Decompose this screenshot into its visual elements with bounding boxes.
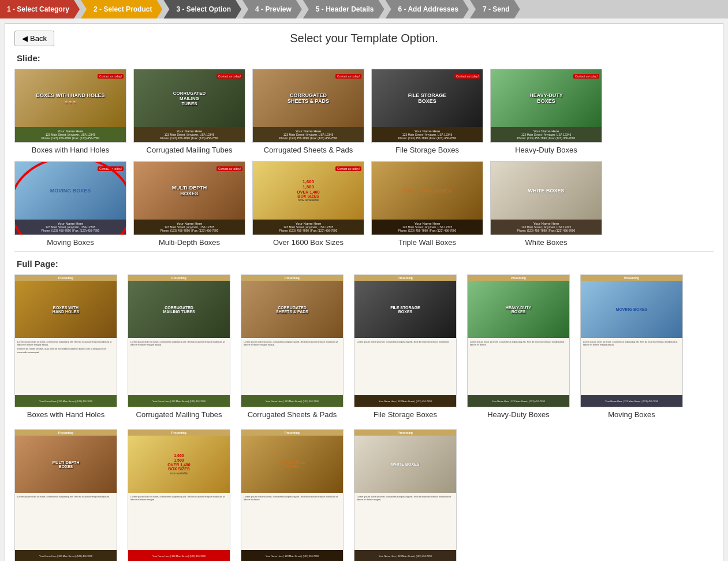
fp-template-item-heavy-duty[interactable]: Presenting HEAVY-DUTYBOXES Lorem ipsum d… xyxy=(467,274,570,419)
fp-template-thumb-triple-wall[interactable]: Presenting TRIPLE WALLBOXES Lorem ipsum … xyxy=(241,429,344,561)
fp-template-name-moving: Moving Boxes xyxy=(608,410,655,419)
fp-template-thumb-over1600[interactable]: Presenting 1,6001,500OVER 1,400BOX SIZES… xyxy=(128,429,230,561)
fp-template-thumb-heavy-duty[interactable]: Presenting HEAVY-DUTYBOXES Lorem ipsum d… xyxy=(467,274,570,407)
template-name-file-storage: File Storage Boxes xyxy=(395,146,459,154)
template-name-heavy-duty: Heavy-Duty Boxes xyxy=(515,146,577,154)
full-page-template-grid: Presenting BOXES WITHHAND HOLES Lorem ip… xyxy=(14,274,714,561)
back-arrow-icon: ◀ xyxy=(22,34,28,43)
template-name-multi-depth: Multi-Depth Boxes xyxy=(159,238,220,247)
fp-template-name-corr-mailing: Corrugated Mailing Tubes xyxy=(136,410,222,419)
wizard-step-7[interactable]: 7 - Send xyxy=(470,0,520,18)
fp-template-name-heavy-duty: Heavy-Duty Boxes xyxy=(487,410,550,419)
back-button[interactable]: ◀ Back xyxy=(14,31,54,46)
fp-template-item-multi-depth[interactable]: Presenting MULTI-DEPTHBOXES Lorem ipsum … xyxy=(14,429,117,561)
template-name-triple-wall: Triple Wall Boxes xyxy=(398,238,456,247)
template-name-over1600: Over 1600 Box Sizes xyxy=(273,238,344,247)
wizard-step-5[interactable]: 5 - Header Details xyxy=(303,0,384,18)
full-page-section-label: Full Page: xyxy=(17,259,714,269)
template-item-corr-sheets[interactable]: CORRUGATEDSHEETS & PADS Contact us today… xyxy=(252,69,364,154)
template-thumb-triple-wall[interactable]: TRIPLE WALL BOXES Your Name Here 123 Mai… xyxy=(371,161,483,235)
fp-template-thumb-corr-mailing[interactable]: Presenting CORRUGATEDMAILING TUBES Lorem… xyxy=(128,274,230,407)
page-title: Select your Template Option. xyxy=(290,32,438,45)
fp-template-item-triple-wall[interactable]: Presenting TRIPLE WALLBOXES Lorem ipsum … xyxy=(241,429,344,561)
fp-template-thumb-corr-sheets[interactable]: Presenting CORRUGATEDSHEETS & PADS Lorem… xyxy=(241,274,344,407)
fp-template-name-boxes-hand: Boxes with Hand Holes xyxy=(27,410,104,419)
fp-template-name-file-storage: File Storage Boxes xyxy=(374,410,437,419)
template-item-heavy-duty[interactable]: HEAVY-DUTYBOXES Contact us today! Your N… xyxy=(490,69,602,154)
template-thumb-white-boxes[interactable]: WHITE BOXES Your Name Here 123 Main Stre… xyxy=(490,161,602,235)
fp-template-item-file-storage[interactable]: Presenting FILE STORAGEBOXES Lorem ipsum… xyxy=(354,274,457,419)
fp-template-thumb-multi-depth[interactable]: Presenting MULTI-DEPTHBOXES Lorem ipsum … xyxy=(14,429,117,561)
template-thumb-moving[interactable]: MOVING BOXES Contact us today! Your Name… xyxy=(14,161,126,235)
fp-template-name-corr-sheets: Corrugated Sheets & Pads xyxy=(248,410,337,419)
template-item-moving[interactable]: MOVING BOXES Contact us today! Your Name… xyxy=(14,161,126,247)
fp-template-item-boxes-hand[interactable]: Presenting BOXES WITHHAND HOLES Lorem ip… xyxy=(14,274,117,419)
fp-template-thumb-boxes-hand[interactable]: Presenting BOXES WITHHAND HOLES Lorem ip… xyxy=(14,274,117,407)
template-thumb-file-storage[interactable]: FILE STORAGEBOXES Contact us today! Your… xyxy=(371,69,483,143)
wizard-step-1[interactable]: 1 - Select Category xyxy=(0,0,80,18)
fp-template-item-white-boxes[interactable]: Presenting WHITE BOXES Lorem ipsum dolor… xyxy=(354,429,457,561)
template-name-corr-sheets: Corrugated Sheets & Pads xyxy=(264,146,353,154)
template-name-boxes-hand: Boxes with Hand Holes xyxy=(32,146,109,154)
template-thumb-multi-depth[interactable]: MULTI-DEPTHBOXES Contact us today! Your … xyxy=(133,161,245,235)
header-row: ◀ Back Select your Template Option. xyxy=(14,31,714,46)
fp-template-item-corr-mailing[interactable]: Presenting CORRUGATEDMAILING TUBES Lorem… xyxy=(128,274,230,419)
template-item-white-boxes[interactable]: WHITE BOXES Your Name Here 123 Main Stre… xyxy=(490,161,602,247)
template-item-over1600[interactable]: 1,6001,500 OVER 1,400BOX SIZES now avail… xyxy=(252,161,364,247)
fp-template-thumb-white-boxes[interactable]: Presenting WHITE BOXES Lorem ipsum dolor… xyxy=(354,429,457,561)
fp-template-item-corr-sheets[interactable]: Presenting CORRUGATEDSHEETS & PADS Lorem… xyxy=(241,274,344,419)
template-item-boxes-hand[interactable]: BOXES WITH HAND HOLES 📦📦📦 Contact us tod… xyxy=(14,69,126,154)
template-thumb-corr-sheets[interactable]: CORRUGATEDSHEETS & PADS Contact us today… xyxy=(252,69,364,143)
template-item-multi-depth[interactable]: MULTI-DEPTHBOXES Contact us today! Your … xyxy=(133,161,245,247)
template-name-moving: Moving Boxes xyxy=(47,238,94,247)
slide-section-label: Slide: xyxy=(17,53,714,63)
wizard-nav: 1 - Select Category 2 - Select Product 3… xyxy=(0,0,728,18)
template-name-corr-mailing: Corrugated Mailing Tubes xyxy=(147,146,233,154)
wizard-step-3[interactable]: 3 - Select Option xyxy=(163,0,241,18)
template-thumb-boxes-hand[interactable]: BOXES WITH HAND HOLES 📦📦📦 Contact us tod… xyxy=(14,69,126,143)
slide-template-grid: BOXES WITH HAND HOLES 📦📦📦 Contact us tod… xyxy=(14,69,714,247)
wizard-step-6[interactable]: 6 - Add Addresses xyxy=(386,0,469,18)
template-item-file-storage[interactable]: FILE STORAGEBOXES Contact us today! Your… xyxy=(371,69,483,154)
wizard-step-4[interactable]: 4 - Preview xyxy=(242,0,302,18)
fp-template-thumb-moving[interactable]: Presenting MOVING BOXES Lorem ipsum dolo… xyxy=(580,274,683,407)
fp-template-thumb-file-storage[interactable]: Presenting FILE STORAGEBOXES Lorem ipsum… xyxy=(354,274,457,407)
fp-template-item-moving[interactable]: Presenting MOVING BOXES Lorem ipsum dolo… xyxy=(580,274,683,419)
wizard-step-2[interactable]: 2 - Select Product xyxy=(81,0,162,18)
template-thumb-corr-mailing[interactable]: CORRUGATEDMAILINGTUBES Contact us today!… xyxy=(133,69,245,143)
template-item-triple-wall[interactable]: TRIPLE WALL BOXES Your Name Here 123 Mai… xyxy=(371,161,483,247)
template-name-white-boxes: White Boxes xyxy=(525,238,568,247)
template-thumb-heavy-duty[interactable]: HEAVY-DUTYBOXES Contact us today! Your N… xyxy=(490,69,602,143)
fp-template-item-over1600[interactable]: Presenting 1,6001,500OVER 1,400BOX SIZES… xyxy=(128,429,230,561)
section-divider xyxy=(14,251,714,252)
main-container: ◀ Back Select your Template Option. Slid… xyxy=(5,23,723,561)
template-item-corr-mailing[interactable]: CORRUGATEDMAILINGTUBES Contact us today!… xyxy=(133,69,245,154)
template-thumb-over1600[interactable]: 1,6001,500 OVER 1,400BOX SIZES now avail… xyxy=(252,161,364,235)
